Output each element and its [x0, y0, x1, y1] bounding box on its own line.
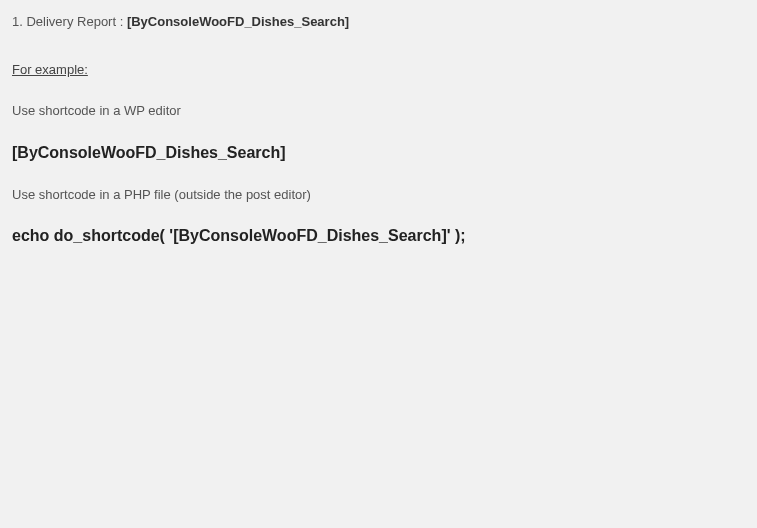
list-shortcode: [ByConsoleWooFD_Dishes_Search] — [127, 14, 349, 29]
php-code-display: echo do_shortcode( '[ByConsoleWooFD_Dish… — [12, 224, 745, 248]
instruction-wp-editor: Use shortcode in a WP editor — [12, 101, 745, 121]
shortcode-list-item: 1. Delivery Report : [ByConsoleWooFD_Dis… — [12, 12, 745, 32]
list-number: 1. — [12, 14, 23, 29]
list-label: Delivery Report : — [26, 14, 123, 29]
example-heading: For example: — [12, 60, 745, 80]
shortcode-display: [ByConsoleWooFD_Dishes_Search] — [12, 141, 745, 165]
instruction-php-file: Use shortcode in a PHP file (outside the… — [12, 185, 745, 205]
